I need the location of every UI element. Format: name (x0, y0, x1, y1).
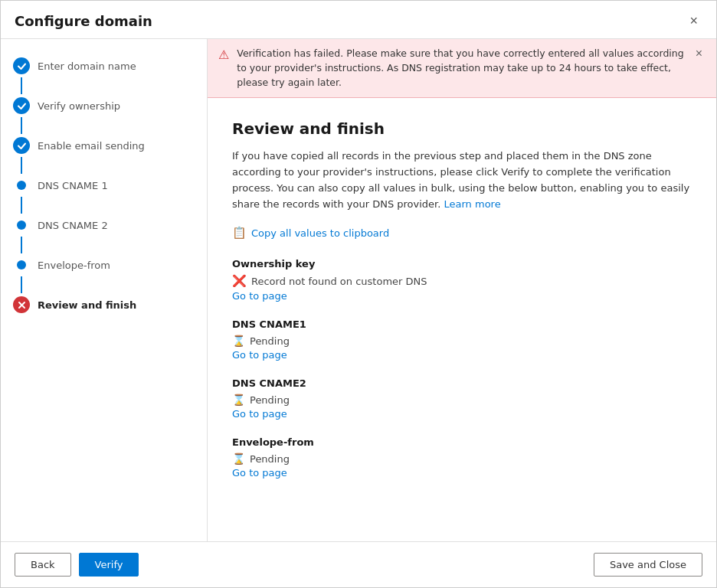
step-label-dns-cname-1[interactable]: DNS CNAME 1 (38, 177, 108, 194)
record-status-text-dns-cname2: Pending (250, 394, 290, 406)
record-go-to-page-ownership-key[interactable]: Go to page (232, 290, 287, 302)
record-status-text-ownership-key: Record not found on customer DNS (251, 276, 427, 287)
copy-all-link[interactable]: Copy all values to clipboard (251, 227, 389, 239)
record-go-to-page-dns-cname1[interactable]: Go to page (232, 349, 287, 361)
dialog-close-button[interactable]: × (685, 11, 702, 31)
step-label-envelope-from[interactable]: Envelope-from (38, 256, 110, 273)
record-section-ownership-key: Ownership key❌Record not found on custom… (232, 258, 692, 302)
error-banner-icon: ⚠ (218, 47, 229, 62)
step-enter-domain: Enter domain name (1, 54, 207, 94)
record-section-dns-cname1: DNS CNAME1⌛PendingGo to page (232, 318, 692, 361)
record-go-to-page-dns-cname2[interactable]: Go to page (232, 408, 287, 420)
description: If you have copied all records in the pr… (232, 149, 692, 212)
configure-domain-dialog: Configure domain × Enter domain name (0, 0, 717, 588)
step-envelope-from: Envelope-from (1, 253, 207, 293)
step-label-verify-ownership[interactable]: Verify ownership (38, 97, 120, 114)
error-banner: ⚠ Verification has failed. Please make s… (208, 39, 716, 98)
content-area: Review and finish If you have copied all… (208, 98, 716, 541)
step-label-dns-cname-2[interactable]: DNS CNAME 2 (38, 217, 108, 234)
dialog-footer: Back Verify Save and Close (1, 541, 716, 587)
dialog-body: Enter domain name Verify ownership (1, 39, 716, 541)
step-enable-email: Enable email sending (1, 134, 207, 174)
step-verify-ownership: Verify ownership (1, 94, 207, 134)
record-title-dns-cname2: DNS CNAME2 (232, 377, 692, 389)
record-go-to-page-envelope-from[interactable]: Go to page (232, 467, 287, 479)
step-icon-dns-cname-1 (13, 177, 30, 194)
record-status-text-dns-cname1: Pending (250, 335, 290, 347)
record-pending-icon-envelope-from: ⌛ (232, 452, 245, 465)
record-status-row-dns-cname2: ⌛Pending (232, 394, 692, 406)
step-label-enable-email[interactable]: Enable email sending (38, 137, 145, 154)
step-icon-review-finish (13, 296, 30, 313)
record-status-row-dns-cname1: ⌛Pending (232, 335, 692, 347)
step-icon-enter-domain (13, 57, 30, 74)
error-banner-text: Verification has failed. Please make sur… (237, 47, 684, 90)
main-content: ⚠ Verification has failed. Please make s… (208, 39, 716, 541)
record-pending-icon-dns-cname2: ⌛ (232, 394, 245, 406)
copy-all-row[interactable]: 📋 Copy all values to clipboard (232, 226, 692, 240)
error-banner-close-button[interactable]: × (692, 47, 706, 60)
step-dns-cname-1: DNS CNAME 1 (1, 174, 207, 214)
learn-more-link[interactable]: Learn more (444, 198, 501, 210)
section-title: Review and finish (232, 119, 692, 138)
verify-button[interactable]: Verify (79, 553, 139, 577)
record-status-row-ownership-key: ❌Record not found on customer DNS (232, 274, 692, 288)
step-label-enter-domain[interactable]: Enter domain name (38, 57, 136, 74)
record-title-envelope-from: Envelope-from (232, 436, 692, 448)
steps-list: Enter domain name Verify ownership (1, 54, 207, 316)
record-title-dns-cname1: DNS CNAME1 (232, 318, 692, 330)
step-icon-verify-ownership (13, 97, 30, 114)
save-close-button[interactable]: Save and Close (594, 553, 702, 577)
dialog-title: Configure domain (15, 13, 152, 29)
footer-left: Back Verify (15, 553, 139, 577)
footer-right: Save and Close (594, 553, 702, 577)
record-status-row-envelope-from: ⌛Pending (232, 452, 692, 465)
step-icon-enable-email (13, 137, 30, 154)
sidebar: Enter domain name Verify ownership (1, 39, 208, 541)
record-error-icon-ownership-key: ❌ (232, 274, 247, 288)
back-button[interactable]: Back (15, 553, 71, 577)
step-label-review-finish[interactable]: Review and finish (38, 296, 136, 313)
record-status-text-envelope-from: Pending (250, 453, 290, 465)
dialog-header: Configure domain × (1, 1, 716, 39)
copy-icon: 📋 (232, 226, 247, 240)
step-icon-dns-cname-2 (13, 217, 30, 234)
step-dns-cname-2: DNS CNAME 2 (1, 214, 207, 253)
records-container: Ownership key❌Record not found on custom… (232, 258, 692, 479)
record-title-ownership-key: Ownership key (232, 258, 692, 270)
record-pending-icon-dns-cname1: ⌛ (232, 335, 245, 347)
record-section-dns-cname2: DNS CNAME2⌛PendingGo to page (232, 377, 692, 420)
record-section-envelope-from: Envelope-from⌛PendingGo to page (232, 436, 692, 479)
step-icon-envelope-from (13, 256, 30, 273)
step-review-finish: Review and finish (1, 293, 207, 316)
